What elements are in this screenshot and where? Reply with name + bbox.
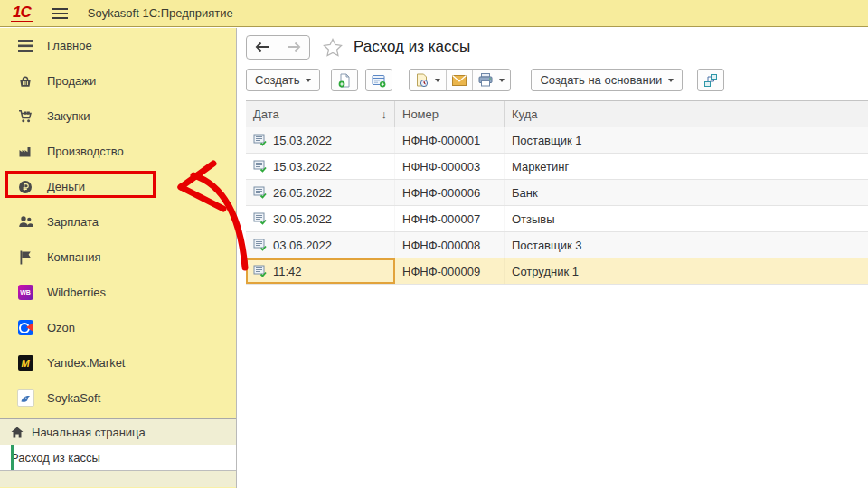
focused-cell[interactable]: 11:42 bbox=[246, 258, 395, 284]
create-based-on-label: Создать на основании bbox=[540, 73, 662, 87]
create-button[interactable]: Создать bbox=[246, 69, 320, 91]
sidebar-item-label: Продажи bbox=[47, 74, 96, 88]
chevron-down-icon bbox=[499, 79, 505, 82]
home-page-tab[interactable]: Начальная страница bbox=[0, 418, 236, 445]
sidebar-item-sales[interactable]: Продажи bbox=[0, 63, 236, 99]
chevron-down-icon bbox=[435, 79, 440, 82]
ruble-icon bbox=[15, 179, 35, 195]
page-title: Расход из кассы bbox=[354, 38, 470, 56]
yandex-market-logo-icon: M bbox=[15, 355, 35, 371]
sidebar-item-soykasoft[interactable]: SoykaSoft bbox=[0, 380, 236, 416]
active-tab-indicator bbox=[11, 445, 14, 470]
table-row[interactable]: 15.03.2022 НФНФ-000001 Поставщик 1 bbox=[246, 127, 868, 154]
sidebar-item-label: SoykaSoft bbox=[47, 391, 100, 405]
favorite-star-icon[interactable] bbox=[323, 38, 343, 57]
basket-icon bbox=[15, 73, 35, 89]
flag-icon bbox=[15, 249, 35, 266]
posted-document-icon bbox=[253, 186, 267, 199]
top-bar: 1С Soykasoft 1С:Предприятие bbox=[0, 0, 868, 27]
sidebar-item-label: Производство bbox=[47, 145, 124, 158]
wildberries-logo-icon: WB bbox=[15, 285, 35, 301]
new-card-icon bbox=[372, 73, 386, 88]
document-list-table: Дата ↓ Номер Куда 15.03.2022 НФНФ-000001… bbox=[246, 100, 868, 285]
create-new-from-list-button[interactable] bbox=[365, 69, 392, 91]
posted-document-icon bbox=[253, 134, 267, 146]
create-based-on-button[interactable]: Создать на основании bbox=[531, 69, 683, 91]
sidebar-menu: Главное Продажи Закупки Производство bbox=[0, 28, 236, 418]
soykasoft-bird-icon bbox=[15, 390, 35, 407]
chevron-down-icon bbox=[306, 79, 311, 82]
page-header: Расход из кассы bbox=[246, 34, 868, 60]
sidebar-item-ozon[interactable]: Ozon bbox=[0, 310, 236, 345]
sidebar-item-wildberries[interactable]: WB Wildberries bbox=[0, 275, 236, 310]
menu-lines-icon bbox=[15, 38, 35, 54]
ozon-logo-icon bbox=[15, 320, 35, 336]
window-title: Soykasoft 1С:Предприятие bbox=[88, 6, 233, 20]
create-button-label: Создать bbox=[255, 73, 299, 87]
sidebar-item-salary[interactable]: Зарплата bbox=[0, 204, 236, 239]
app-window: 1С Soykasoft 1С:Предприятие Главное Прод… bbox=[0, 0, 868, 488]
column-header-number[interactable]: Номер bbox=[395, 101, 505, 127]
main-menu-icon[interactable] bbox=[52, 8, 68, 19]
print-button[interactable] bbox=[472, 70, 510, 90]
column-header-date[interactable]: Дата ↓ bbox=[246, 101, 395, 127]
column-header-recipient[interactable]: Куда bbox=[505, 101, 868, 127]
open-window-tab-label: Расход из кассы bbox=[11, 451, 100, 465]
table-row-selected[interactable]: 11:42 НФНФ-000009 Сотрудник 1 bbox=[246, 258, 868, 285]
people-icon bbox=[15, 214, 35, 230]
sidebar-item-label: Ozon bbox=[47, 321, 75, 334]
sort-descending-icon[interactable]: ↓ bbox=[382, 108, 388, 121]
sidebar-item-label: Yandex.Market bbox=[47, 356, 125, 370]
sidebar-item-label: Компания bbox=[47, 250, 101, 264]
document-actions-group bbox=[409, 69, 511, 91]
forward-button[interactable] bbox=[278, 36, 309, 59]
sidebar-item-label: Wildberries bbox=[47, 286, 106, 299]
main-content: Расход из кассы Создать bbox=[237, 28, 868, 488]
1c-logo-icon: 1С bbox=[11, 4, 33, 23]
sidebar-item-main[interactable]: Главное bbox=[0, 28, 236, 63]
left-pane: Главное Продажи Закупки Производство bbox=[0, 28, 237, 488]
envelope-icon bbox=[452, 75, 467, 86]
related-documents-icon bbox=[703, 73, 718, 88]
sidebar-item-company[interactable]: Компания bbox=[0, 239, 236, 275]
home-icon bbox=[11, 427, 24, 438]
home-page-label: Начальная страница bbox=[32, 426, 146, 439]
send-email-button[interactable] bbox=[446, 70, 472, 90]
sidebar-item-production[interactable]: Производство bbox=[0, 134, 236, 169]
create-new-document-button[interactable] bbox=[331, 69, 358, 91]
table-row[interactable]: 15.03.2022 НФНФ-000003 Маркетинг bbox=[246, 154, 868, 180]
taskbar-strip bbox=[0, 471, 236, 487]
sidebar-item-label: Зарплата bbox=[47, 215, 99, 229]
table-row[interactable]: 26.05.2022 НФНФ-000006 Банк bbox=[246, 180, 868, 206]
sidebar-item-yandex-market[interactable]: M Yandex.Market bbox=[0, 345, 236, 380]
sidebar-item-label: Главное bbox=[47, 39, 92, 52]
open-window-tab[interactable]: Расход из кассы bbox=[0, 445, 236, 471]
chevron-down-icon bbox=[668, 79, 674, 82]
table-header: Дата ↓ Номер Куда bbox=[246, 101, 868, 127]
printer-icon bbox=[478, 73, 493, 87]
table-row[interactable]: 30.05.2022 НФНФ-000007 Отзывы bbox=[246, 206, 868, 232]
toolbar: Создать bbox=[246, 68, 868, 92]
sidebar-item-money[interactable]: Деньги bbox=[0, 169, 236, 204]
table-row[interactable]: 03.06.2022 НФНФ-000008 Поставщик 3 bbox=[246, 232, 868, 258]
cart-icon bbox=[15, 108, 35, 125]
sidebar-item-label: Закупки bbox=[47, 109, 90, 123]
posted-document-icon bbox=[253, 160, 267, 173]
back-button[interactable] bbox=[247, 36, 278, 59]
posted-document-icon bbox=[253, 265, 267, 277]
deferred-document-button[interactable] bbox=[410, 70, 446, 90]
posted-document-icon bbox=[253, 212, 267, 225]
new-document-icon bbox=[337, 73, 352, 88]
related-documents-button[interactable] bbox=[697, 69, 724, 91]
sidebar-item-purchases[interactable]: Закупки bbox=[0, 99, 236, 134]
document-clock-icon bbox=[415, 73, 429, 88]
factory-icon bbox=[15, 144, 35, 160]
posted-document-icon bbox=[253, 239, 267, 251]
sidebar-item-label: Деньги bbox=[47, 180, 85, 193]
